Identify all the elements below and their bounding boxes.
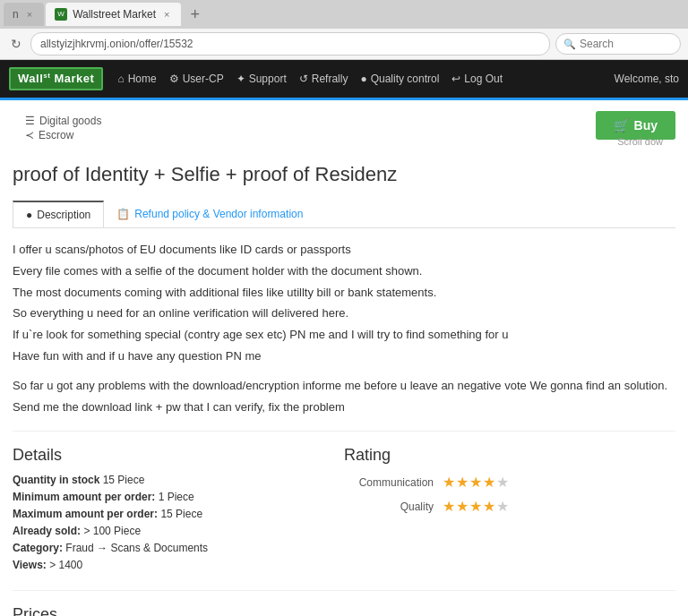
nav-logout-label: Log Out bbox=[464, 73, 503, 85]
tab-bar: n × W Wallstreet Market × + bbox=[0, 0, 688, 29]
nav-home-label: Home bbox=[128, 73, 157, 85]
nav-user-cp[interactable]: ⚙ User-CP bbox=[169, 73, 224, 85]
detail-max-order: Maximum amount per order: 15 Piece bbox=[13, 508, 344, 520]
description-tab-icon: ● bbox=[26, 209, 32, 221]
browser-chrome: n × W Wallstreet Market × + ↻ 🔍 bbox=[0, 0, 688, 60]
brand-logo[interactable]: Wallst Market bbox=[9, 67, 103, 90]
new-tab-button[interactable]: + bbox=[183, 0, 207, 29]
breadcrumb-digital-goods[interactable]: ☰ Digital goods bbox=[25, 115, 101, 127]
detail-quantity: Quantity in stock 15 Piece bbox=[13, 474, 344, 486]
breadcrumb-digital-goods-label: Digital goods bbox=[39, 115, 101, 127]
rating-qual-label: Quality bbox=[344, 500, 434, 513]
rating-comm-stars: ★★★★★ bbox=[443, 474, 510, 491]
rating-qual-stars: ★★★★★ bbox=[443, 498, 510, 515]
cart-icon: 🛒 bbox=[614, 118, 629, 133]
desc-line-4: So everything u need for an online verif… bbox=[13, 304, 675, 323]
desc-line-7: So far u got any problems with the downl… bbox=[13, 377, 675, 396]
tab-inactive-label: n bbox=[13, 8, 19, 21]
refund-tab-icon: 📋 bbox=[116, 208, 130, 220]
detail-category: Category: Fraud → Scans & Documents bbox=[13, 542, 344, 554]
rating-comm-label: Communication bbox=[344, 476, 434, 489]
navbar: Wallst Market ⌂ Home ⚙ User-CP ✦ Support… bbox=[0, 60, 688, 98]
rating-quality: Quality ★★★★★ bbox=[344, 498, 675, 515]
tab-refund[interactable]: 📋 Refund policy & Vendor information bbox=[104, 201, 315, 227]
home-icon: ⌂ bbox=[117, 73, 124, 85]
product-description: I offer u scans/photos of EU documents l… bbox=[13, 241, 675, 416]
escrow-icon: ≺ bbox=[25, 129, 34, 141]
nav-refrally-label: Refrally bbox=[312, 73, 348, 85]
detail-min-order: Minimum amount per order: 1 Piece bbox=[13, 491, 344, 503]
nav-support-label: Support bbox=[249, 73, 287, 85]
section-divider bbox=[13, 431, 675, 432]
tab-description-label: Description bbox=[37, 209, 90, 221]
prices-section: Prices Amount Price Bitcoin Monero 1 17,… bbox=[13, 605, 675, 616]
nav-links: ⌂ Home ⚙ User-CP ✦ Support ↺ Refrally ● … bbox=[117, 73, 599, 85]
rating-communication: Communication ★★★★★ bbox=[344, 474, 675, 491]
detail-max-label: Maximum amount per order: bbox=[13, 508, 158, 520]
detail-views-label: Views: bbox=[13, 559, 47, 571]
user-icon: ⚙ bbox=[169, 73, 179, 85]
desc-line-1: I offer u scans/photos of EU documents l… bbox=[13, 241, 675, 260]
search-box[interactable]: 🔍 bbox=[555, 33, 681, 55]
nav-home[interactable]: ⌂ Home bbox=[117, 73, 156, 85]
detail-sold: Already sold: > 100 Piece bbox=[13, 525, 344, 537]
prices-title: Prices bbox=[13, 605, 675, 616]
detail-category-value: Fraud → Scans & Documents bbox=[65, 542, 208, 554]
desc-line-5: If u`re look for something special (cont… bbox=[13, 326, 675, 345]
buy-button-label: Buy bbox=[634, 118, 658, 133]
detail-views: Views: > 1400 bbox=[13, 559, 344, 571]
detail-category-label: Category: bbox=[13, 542, 63, 554]
address-input[interactable] bbox=[30, 32, 550, 56]
search-icon: 🔍 bbox=[563, 38, 576, 50]
tab-inactive-1[interactable]: n × bbox=[4, 3, 44, 26]
nav-welcome: Welcome, sto bbox=[615, 73, 679, 85]
details-rating-section: Details Quantity in stock 15 Piece Minim… bbox=[13, 446, 675, 576]
detail-sold-value: > 100 Piece bbox=[83, 525, 141, 537]
tab-close-inactive[interactable]: × bbox=[24, 8, 35, 21]
details-section: Details Quantity in stock 15 Piece Minim… bbox=[13, 446, 344, 576]
detail-sold-label: Already sold: bbox=[13, 525, 81, 537]
tab-bar-content: ● Description 📋 Refund policy & Vendor i… bbox=[13, 201, 675, 228]
detail-min-value: 1 Piece bbox=[159, 491, 194, 503]
tab-close-active[interactable]: × bbox=[161, 8, 172, 21]
nav-support[interactable]: ✦ Support bbox=[236, 73, 287, 85]
scroll-hint: Scroll dow bbox=[617, 136, 675, 147]
detail-max-value: 15 Piece bbox=[160, 508, 202, 520]
desc-line-6: Have fun with and if u have any question… bbox=[13, 347, 675, 366]
globe-icon: ✦ bbox=[236, 73, 245, 85]
breadcrumb-escrow-label: Escrow bbox=[39, 129, 73, 141]
logo-super: st bbox=[43, 72, 50, 80]
details-title: Details bbox=[13, 446, 344, 465]
detail-quantity-label: Quantity in stock bbox=[13, 474, 103, 486]
detail-min-label: Minimum amount per order: bbox=[13, 491, 155, 503]
nav-refrally[interactable]: ↺ Refrally bbox=[299, 73, 348, 85]
breadcrumb: ☰ Digital goods ≺ Escrow bbox=[13, 107, 114, 149]
rating-title: Rating bbox=[344, 446, 675, 465]
nav-logout[interactable]: ↩ Log Out bbox=[452, 73, 503, 85]
prices-divider bbox=[13, 590, 675, 591]
tab-refund-label: Refund policy & Vendor information bbox=[134, 208, 303, 220]
detail-views-value: > 1400 bbox=[49, 559, 82, 571]
breadcrumb-escrow[interactable]: ≺ Escrow bbox=[25, 129, 101, 141]
nav-quality-label: Quality control bbox=[371, 73, 440, 85]
rating-section: Rating Communication ★★★★★ Quality ★★★★★ bbox=[344, 446, 675, 576]
page-title: proof of Identity + Selfie + proof of Re… bbox=[13, 163, 675, 186]
search-input[interactable] bbox=[580, 38, 660, 50]
tab-favicon: W bbox=[55, 8, 67, 21]
tab-description[interactable]: ● Description bbox=[13, 201, 104, 227]
refresh-button[interactable]: ↻ bbox=[7, 37, 25, 51]
detail-quantity-value: 15 Piece bbox=[103, 474, 145, 486]
nav-usercp-label: User-CP bbox=[183, 73, 224, 85]
desc-line-8: Send me the download link + pw that I ca… bbox=[13, 398, 675, 417]
address-bar: ↻ 🔍 bbox=[0, 29, 688, 59]
quality-icon: ● bbox=[360, 73, 366, 85]
tab-active[interactable]: W Wallstreet Market × bbox=[46, 3, 181, 26]
main-content: proof of Identity + Selfie + proof of Re… bbox=[0, 149, 688, 616]
digital-goods-icon: ☰ bbox=[25, 115, 35, 127]
tab-active-label: Wallstreet Market bbox=[73, 8, 156, 21]
desc-line-3: The most documents coming with additiona… bbox=[13, 284, 675, 303]
desc-line-2: Every file comes with a selfie of the do… bbox=[13, 262, 675, 281]
nav-quality[interactable]: ● Quality control bbox=[360, 73, 439, 85]
logout-icon: ↩ bbox=[452, 73, 460, 85]
refrally-icon: ↺ bbox=[299, 73, 308, 85]
